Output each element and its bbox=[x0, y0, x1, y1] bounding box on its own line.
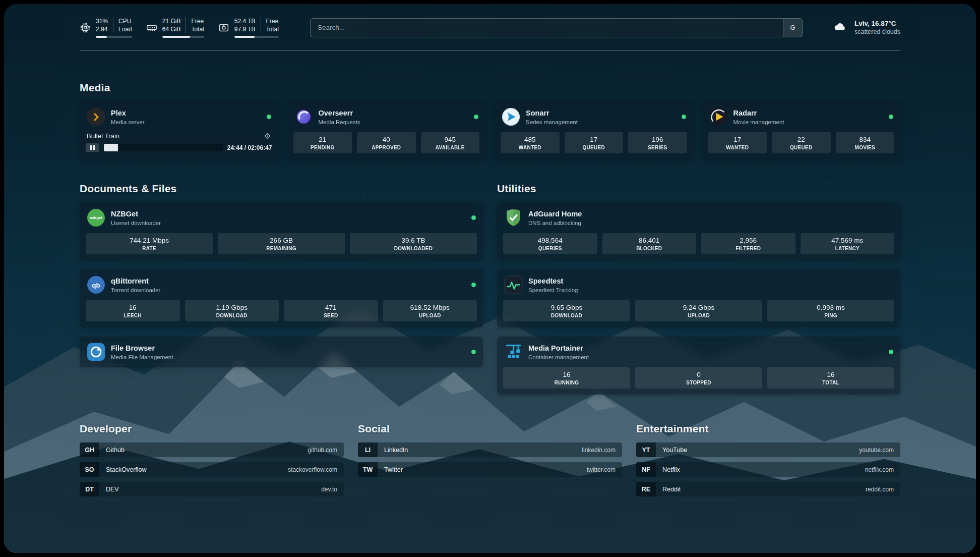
disk-total-value: 97.9 TB bbox=[234, 25, 261, 33]
memory-progress-bar bbox=[162, 36, 204, 38]
section-title-media: Media bbox=[80, 82, 900, 94]
memory-total-label: Total bbox=[186, 25, 204, 33]
bookmark-netflix[interactable]: NF Netflix netflix.com bbox=[636, 462, 900, 477]
bookmark-url: dev.to bbox=[321, 486, 337, 493]
stat-wanted: 17 WANTED bbox=[708, 132, 767, 153]
filebrowser-card[interactable]: File Browser Media File Management bbox=[80, 337, 483, 367]
bookmark-reddit[interactable]: RE Reddit reddit.com bbox=[636, 482, 900, 496]
bookmark-stackoverflow[interactable]: SO StackOverflow stackoverflow.com bbox=[80, 462, 344, 477]
bookmark-twitter[interactable]: TW Twitter twitter.com bbox=[358, 462, 622, 477]
bookmark-abbr: SO bbox=[80, 462, 99, 477]
adguard-card[interactable]: AdGuard Home DNS and adblocking 498,564 … bbox=[497, 202, 900, 260]
stat-total: 16 TOTAL bbox=[767, 367, 894, 388]
memory-total-value: 64 GiB bbox=[162, 25, 186, 33]
disk-metric: 52.4 TB Free 97.9 TB Total bbox=[218, 17, 279, 38]
playback-time: 24:44 / 02:06:47 bbox=[227, 144, 272, 151]
stat-leech: 16 LEECH bbox=[86, 300, 180, 321]
speedtest-card[interactable]: Speedtest Speedtest Tracking 9.65 Gbps D… bbox=[497, 269, 900, 327]
bookmark-dev[interactable]: DT DEV dev.to bbox=[80, 482, 344, 496]
pause-button[interactable] bbox=[86, 143, 99, 152]
stat-wanted: 485 WANTED bbox=[501, 132, 560, 153]
disk-icon bbox=[218, 22, 229, 33]
playback-progress-bar[interactable] bbox=[104, 144, 223, 151]
svg-text:qb: qb bbox=[92, 282, 100, 289]
sonarr-card[interactable]: Sonarr Series management 485 WANTED 17 Q… bbox=[495, 101, 693, 159]
nzbget-icon: nzbget bbox=[87, 208, 105, 227]
section-media: Media Plex Media server bbox=[80, 82, 900, 159]
portainer-card[interactable]: Media Portainer Container management 16 … bbox=[497, 337, 900, 395]
status-dot bbox=[889, 350, 893, 354]
qbittorrent-card[interactable]: qb qBittorrent Torrent downloader bbox=[80, 269, 483, 327]
bookmark-github[interactable]: GH Github github.com bbox=[80, 442, 344, 457]
bookmark-linkedin[interactable]: LI LinkedIn linkedin.com bbox=[358, 442, 622, 457]
radarr-icon bbox=[709, 107, 728, 126]
stat-movies: 834 MOVIES bbox=[836, 132, 895, 153]
search-input[interactable] bbox=[310, 18, 803, 37]
stat-queued: 17 QUEUED bbox=[565, 132, 624, 153]
stat-running: 16 RUNNING bbox=[503, 367, 630, 388]
nzbget-card[interactable]: nzbget NZBGet Usenet downloader 74 bbox=[80, 202, 483, 260]
stat-ping: 0.993 ms PING bbox=[767, 300, 894, 321]
bookmark-url: stackoverflow.com bbox=[288, 466, 337, 473]
bookmark-group-entertainment: Entertainment YT YouTube youtube.com NF … bbox=[636, 423, 900, 502]
stat-latency: 47.569 ms LATENCY bbox=[801, 233, 895, 254]
app-name: Media Portainer bbox=[528, 344, 589, 353]
bookmark-label: Reddit bbox=[662, 486, 681, 493]
app-name: Overseerr bbox=[319, 109, 360, 118]
stat-rate: 744.21 Mbps RATE bbox=[86, 233, 213, 254]
app-subtitle: Container management bbox=[528, 354, 589, 360]
status-dot bbox=[474, 115, 478, 119]
app-subtitle: Media server bbox=[111, 119, 144, 125]
app-subtitle: Movie management bbox=[733, 119, 784, 125]
app-name: File Browser bbox=[111, 344, 173, 353]
weather-widget: Lviv, 16.87°C scattered clouds bbox=[832, 20, 900, 35]
disk-free-label: Free bbox=[261, 17, 279, 25]
search-engine-button[interactable]: G bbox=[783, 19, 802, 37]
overseerr-icon bbox=[294, 107, 313, 126]
section-title-utilities: Utilities bbox=[497, 183, 900, 195]
bookmark-url: netflix.com bbox=[865, 466, 894, 473]
section-title-documents: Documents & Files bbox=[80, 183, 483, 195]
bookmark-abbr: NF bbox=[636, 462, 656, 477]
cpu-progress-bar bbox=[96, 36, 132, 38]
app-subtitle: Usenet downloader bbox=[111, 220, 161, 226]
app-name: Speedtest bbox=[528, 277, 578, 286]
bookmark-label: DEV bbox=[106, 486, 119, 493]
stat-stopped: 0 STOPPED bbox=[635, 367, 762, 388]
portainer-icon bbox=[504, 343, 523, 361]
cpu-icon bbox=[80, 22, 91, 33]
system-metrics: 31% CPU 2.94 Load bbox=[80, 17, 279, 38]
stat-downloaded: 39.6 TB DOWNLOADED bbox=[350, 233, 477, 254]
stat-queries: 498,564 QUERIES bbox=[503, 233, 597, 254]
stat-pending: 21 PENDING bbox=[293, 132, 352, 153]
stat-available: 945 AVAILABLE bbox=[421, 132, 480, 153]
now-playing-title: Bullet Train bbox=[87, 132, 119, 140]
bookmark-group-developer: Developer GH Github github.com SO StackO… bbox=[80, 423, 344, 502]
weather-location: Lviv, 16.87°C bbox=[854, 20, 900, 27]
bookmark-label: Github bbox=[106, 447, 125, 454]
memory-icon bbox=[146, 22, 157, 33]
overseerr-card[interactable]: Overseerr Media Requests 21 PENDING 40 A… bbox=[287, 101, 486, 159]
bookmark-abbr: LI bbox=[358, 442, 378, 457]
disk-free-value: 52.4 TB bbox=[234, 17, 261, 25]
status-dot bbox=[889, 115, 893, 119]
cpu-load-label: Load bbox=[113, 25, 132, 33]
stat-seed: 471 SEED bbox=[284, 300, 378, 321]
app-name: Sonarr bbox=[526, 109, 578, 118]
bookmark-url: github.com bbox=[308, 447, 337, 454]
bookmark-youtube[interactable]: YT YouTube youtube.com bbox=[636, 442, 900, 457]
cpu-usage-value: 31% bbox=[96, 17, 113, 25]
section-title-entertainment: Entertainment bbox=[636, 423, 900, 435]
stat-queued: 22 QUEUED bbox=[772, 132, 831, 153]
bookmark-abbr: TW bbox=[358, 462, 378, 477]
app-subtitle: Speedtest Tracking bbox=[528, 287, 578, 293]
status-dot bbox=[471, 350, 476, 354]
status-dot bbox=[682, 115, 686, 119]
bookmark-label: Netflix bbox=[662, 466, 680, 473]
plex-card[interactable]: Plex Media server Bullet Train ⚙ bbox=[80, 101, 278, 159]
gear-icon[interactable]: ⚙ bbox=[264, 132, 271, 140]
radarr-card[interactable]: Radarr Movie management 17 WANTED 22 QUE… bbox=[702, 101, 901, 159]
app-subtitle: Series management bbox=[526, 119, 578, 125]
bookmark-url: twitter.com bbox=[587, 466, 616, 473]
section-title-social: Social bbox=[358, 423, 622, 435]
